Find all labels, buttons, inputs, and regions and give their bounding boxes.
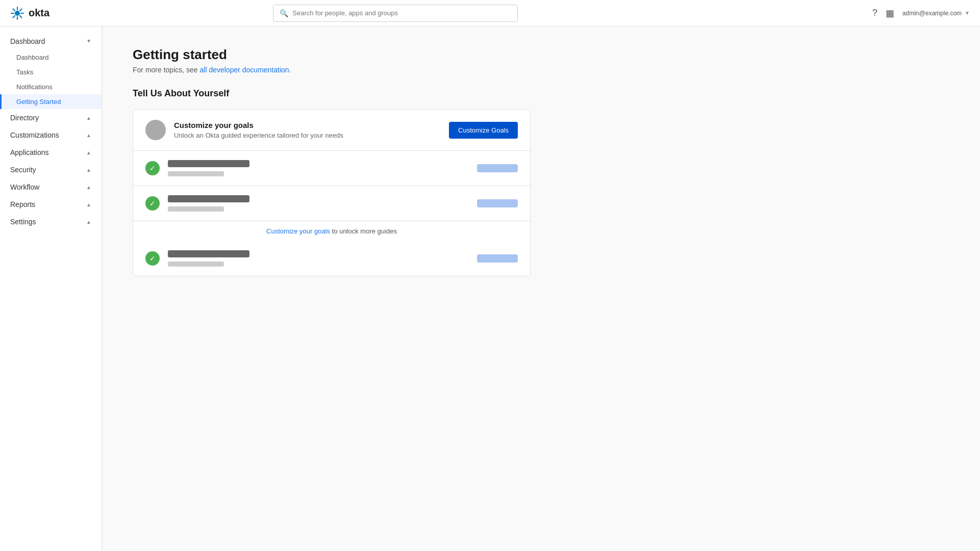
page-subtitle: For more topics, see all developer docum… xyxy=(133,66,949,74)
guide-button-2[interactable] xyxy=(477,199,518,207)
sidebar-item-workflow[interactable]: Workflow ▲ xyxy=(0,178,102,196)
sidebar-child-notifications[interactable]: Notifications xyxy=(0,80,102,94)
chevron-up-icon: ▲ xyxy=(86,39,91,44)
guide-check-2: ✓ xyxy=(145,196,160,211)
user-caret-icon: ▼ xyxy=(965,10,970,16)
guide-title-placeholder-1 xyxy=(168,160,249,167)
nav-right: ? ▦ admin@example.com ▼ xyxy=(872,8,970,19)
goals-avatar xyxy=(145,120,166,140)
sidebar-section-directory: Directory ▲ xyxy=(0,109,102,126)
help-icon[interactable]: ? xyxy=(872,8,877,18)
guide-check-1: ✓ xyxy=(145,161,160,175)
sidebar-section-workflow: Workflow ▲ xyxy=(0,178,102,196)
chevron-down-icon-6: ▲ xyxy=(86,202,91,207)
getting-started-card: Customize your goals Unlock an Okta guid… xyxy=(133,109,531,276)
sidebar-section-dashboard: Dashboard ▲ Dashboard Tasks Notification… xyxy=(0,33,102,109)
search-icon: 🔍 xyxy=(280,9,288,17)
apps-grid-icon[interactable]: ▦ xyxy=(886,8,894,19)
sidebar-section-security: Security ▲ xyxy=(0,161,102,178)
main-content: Getting started For more topics, see all… xyxy=(102,27,980,551)
sidebar-item-directory[interactable]: Directory ▲ xyxy=(0,109,102,126)
goals-text: Customize your goals Unlock an Okta guid… xyxy=(174,121,449,139)
sidebar-item-applications[interactable]: Applications ▲ xyxy=(0,144,102,161)
svg-line-9 xyxy=(13,16,15,18)
svg-point-1 xyxy=(15,11,20,16)
sidebar-item-customizations[interactable]: Customizations ▲ xyxy=(0,126,102,144)
sidebar-security-label: Security xyxy=(10,166,36,174)
guide-content-1 xyxy=(168,160,469,176)
sidebar-item-reports[interactable]: Reports ▲ xyxy=(0,196,102,213)
sidebar-section-customizations: Customizations ▲ xyxy=(0,126,102,144)
sidebar-child-tasks[interactable]: Tasks xyxy=(0,65,102,80)
guide-subtitle-placeholder-3 xyxy=(168,261,224,267)
svg-line-8 xyxy=(20,9,22,11)
sidebar-item-settings[interactable]: Settings ▲ xyxy=(0,213,102,230)
guide-title-placeholder-2 xyxy=(168,195,249,202)
section-title: Tell Us About Yourself xyxy=(133,88,949,99)
sidebar: Dashboard ▲ Dashboard Tasks Notification… xyxy=(0,27,102,551)
customize-goals-button[interactable]: Customize Goals xyxy=(449,122,518,139)
guide-button-3[interactable] xyxy=(477,254,518,263)
layout: Dashboard ▲ Dashboard Tasks Notification… xyxy=(0,27,980,551)
okta-logo-icon xyxy=(10,6,24,20)
sidebar-workflow-label: Workflow xyxy=(10,183,39,191)
sidebar-reports-label: Reports xyxy=(10,200,35,208)
chevron-down-icon-3: ▲ xyxy=(86,150,91,155)
logo-text: okta xyxy=(29,7,49,19)
sidebar-section-settings: Settings ▲ xyxy=(0,213,102,230)
customize-goals-title: Customize your goals xyxy=(174,121,449,129)
guide-subtitle-placeholder-2 xyxy=(168,206,224,212)
chevron-down-icon-7: ▲ xyxy=(86,219,91,225)
sidebar-dashboard-label: Dashboard xyxy=(10,37,45,45)
sidebar-section-reports: Reports ▲ xyxy=(0,196,102,213)
guide-row-3: ✓ xyxy=(133,241,530,276)
guide-row-1: ✓ xyxy=(133,151,530,186)
topnav: okta 🔍 ? ▦ admin@example.com ▼ xyxy=(0,0,980,27)
page-title: Getting started xyxy=(133,47,949,63)
customize-goals-row: Customize your goals Unlock an Okta guid… xyxy=(133,110,530,151)
chevron-down-icon-2: ▲ xyxy=(86,133,91,138)
sidebar-item-dashboard[interactable]: Dashboard ▲ xyxy=(0,33,102,50)
unlock-suffix: to unlock more guides xyxy=(330,227,397,235)
guide-check-3: ✓ xyxy=(145,251,160,266)
sidebar-settings-label: Settings xyxy=(10,218,36,226)
subtitle-text: For more topics, see xyxy=(133,66,200,74)
sidebar-child-dashboard[interactable]: Dashboard xyxy=(0,50,102,65)
sidebar-child-getting-started[interactable]: Getting Started xyxy=(0,94,102,109)
developer-docs-link[interactable]: all developer documentation. xyxy=(200,66,291,74)
guide-button-1[interactable] xyxy=(477,164,518,172)
customize-goals-description: Unlock an Okta guided experience tailore… xyxy=(174,132,449,139)
sidebar-applications-label: Applications xyxy=(10,148,49,156)
chevron-down-icon-4: ▲ xyxy=(86,167,91,173)
sidebar-customizations-label: Customizations xyxy=(10,131,59,139)
search-bar[interactable]: 🔍 xyxy=(273,5,518,22)
chevron-down-icon: ▲ xyxy=(86,115,91,121)
unlock-message: Customize your goals to unlock more guid… xyxy=(133,221,530,241)
svg-line-6 xyxy=(13,9,15,11)
sidebar-item-security[interactable]: Security ▲ xyxy=(0,161,102,178)
user-menu[interactable]: admin@example.com ▼ xyxy=(902,10,970,17)
sidebar-directory-label: Directory xyxy=(10,114,39,122)
chevron-down-icon-5: ▲ xyxy=(86,185,91,190)
unlock-goals-link[interactable]: Customize your goals xyxy=(266,227,330,235)
guide-subtitle-placeholder-1 xyxy=(168,171,224,176)
svg-line-7 xyxy=(20,16,22,18)
logo-area: okta xyxy=(10,6,92,20)
guide-content-2 xyxy=(168,195,469,212)
search-input[interactable] xyxy=(292,9,511,17)
guide-content-3 xyxy=(168,250,469,267)
guide-title-placeholder-3 xyxy=(168,250,249,257)
guide-row-2: ✓ xyxy=(133,186,530,221)
sidebar-section-applications: Applications ▲ xyxy=(0,144,102,161)
user-email: admin@example.com xyxy=(902,10,962,17)
